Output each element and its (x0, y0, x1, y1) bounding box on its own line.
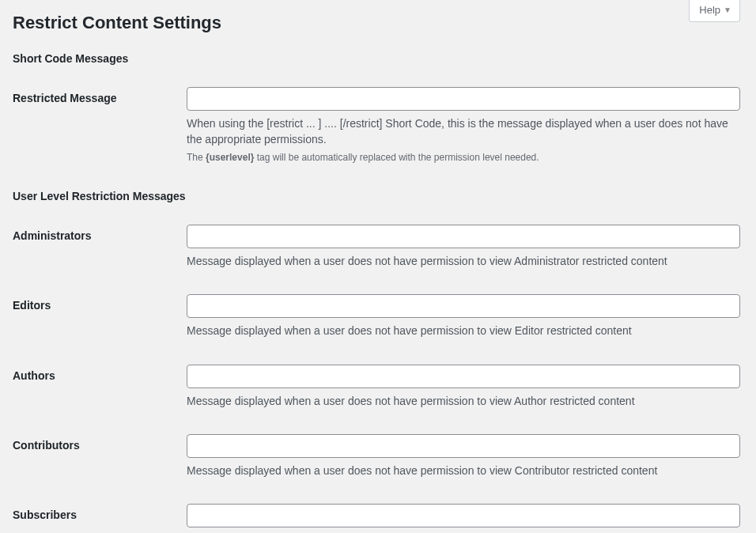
administrators-desc: Message displayed when a user does not h… (187, 253, 740, 269)
contributors-row: Contributors Message displayed when a us… (13, 434, 740, 478)
subscribers-row: Subscribers Message displayed when a use… (13, 504, 740, 533)
editors-row: Editors Message displayed when a user do… (13, 294, 740, 338)
chevron-down-icon: ▼ (724, 6, 731, 15)
administrators-row: Administrators Message displayed when a … (13, 225, 740, 269)
contributors-body: Message displayed when a user does not h… (187, 434, 740, 478)
contributors-desc: Message displayed when a user does not h… (187, 463, 740, 478)
shortcode-section-heading: Short Code Messages (13, 52, 740, 65)
authors-input[interactable] (187, 365, 740, 388)
userlevel-section-heading: User Level Restriction Messages (13, 190, 740, 202)
restricted-message-row: Restricted Message When using the [restr… (13, 87, 740, 164)
subscribers-label: Subscribers (13, 504, 187, 521)
subscribers-input[interactable] (187, 504, 740, 527)
restricted-message-body: When using the [restrict ... ] .... [/re… (187, 87, 740, 164)
authors-body: Message displayed when a user does not h… (187, 365, 740, 409)
authors-row: Authors Message displayed when a user do… (13, 365, 740, 409)
administrators-body: Message displayed when a user does not h… (187, 225, 740, 269)
restricted-message-label: Restricted Message (13, 87, 187, 104)
restricted-message-input[interactable] (187, 87, 740, 111)
contributors-input[interactable] (187, 434, 740, 458)
editors-label: Editors (13, 294, 187, 312)
administrators-label: Administrators (13, 225, 187, 242)
help-button[interactable]: Help ▼ (689, 0, 740, 22)
administrators-input[interactable] (187, 225, 740, 248)
page-title: Restrict Content Settings (13, 8, 221, 33)
contributors-label: Contributors (13, 434, 187, 452)
editors-input[interactable] (187, 294, 740, 318)
subscribers-body: Message displayed when a user does not h… (187, 504, 740, 533)
help-button-label: Help (699, 4, 720, 17)
authors-desc: Message displayed when a user does not h… (187, 393, 740, 409)
restricted-message-desc2: The {userlevel} tag will be automaticall… (187, 151, 740, 164)
editors-body: Message displayed when a user does not h… (187, 294, 740, 338)
editors-desc: Message displayed when a user does not h… (187, 323, 740, 338)
authors-label: Authors (13, 365, 187, 382)
header-row: Restrict Content Settings Help ▼ (13, 8, 740, 33)
restricted-message-desc: When using the [restrict ... ] .... [/re… (187, 115, 740, 148)
